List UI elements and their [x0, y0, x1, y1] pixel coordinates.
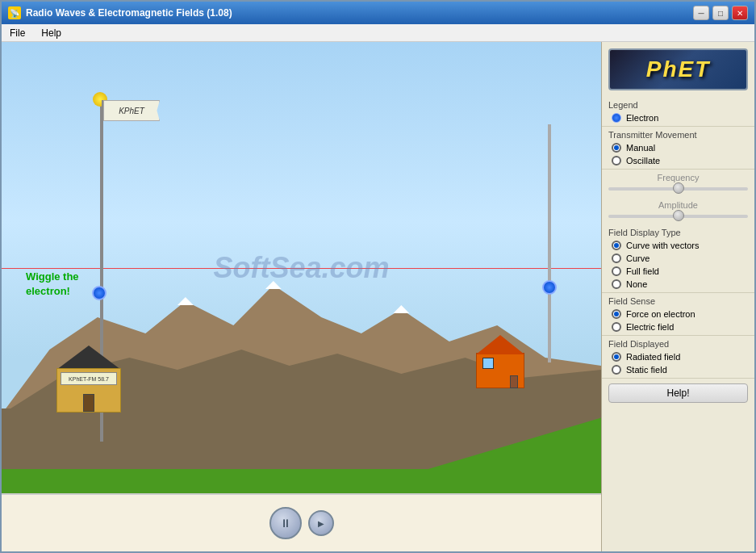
field-displayed-static-radio[interactable]	[612, 365, 621, 375]
app-icon: 📡	[8, 6, 21, 19]
field-display-curve-vectors-label: Curve with vectors	[626, 241, 699, 250]
title-bar-left: 📡 Radio Waves & Electromagnetic Fields (…	[8, 6, 232, 19]
main-window: 📡 Radio Waves & Electromagnetic Fields (…	[0, 0, 756, 553]
station-building: KPhET-FM 58.7	[56, 368, 121, 413]
field-display-curve[interactable]: Curve	[612, 253, 748, 263]
main-area: KPhET Wiggle the electron!	[2, 42, 754, 551]
pause-icon: ⏸	[280, 517, 291, 530]
field-display-none-radio[interactable]	[612, 279, 621, 289]
window-title: Radio Waves & Electromagnetic Fields (1.…	[26, 7, 232, 19]
svg-marker-1	[178, 297, 194, 305]
house-on-hill	[476, 353, 524, 388]
svg-marker-2	[265, 281, 282, 289]
field-display-title: Field Display Type	[608, 228, 748, 237]
station-sign: KPhET-FM 58.7	[69, 376, 109, 382]
menu-bar: File Help	[2, 24, 754, 42]
field-sense-electric-label: Electric field	[626, 322, 674, 332]
amplitude-thumb[interactable]	[673, 210, 684, 221]
transmitter-title: Transmitter Movement	[608, 130, 748, 140]
field-display-none[interactable]: None	[612, 279, 748, 289]
step-icon: ▶	[318, 519, 324, 528]
phet-logo: PhET	[608, 48, 748, 90]
window-controls: ─ □ ✕	[693, 6, 748, 20]
electron-receiver	[542, 280, 557, 295]
flag-pole	[102, 100, 103, 149]
field-line	[2, 268, 601, 269]
canvas[interactable]: KPhET Wiggle the electron!	[2, 42, 601, 493]
field-sense-title: Field Sense	[608, 296, 748, 306]
transmitter-manual-radio[interactable]	[612, 143, 621, 153]
field-display-curve-radio[interactable]	[612, 253, 621, 263]
field-display-full-label: Full field	[626, 266, 659, 276]
wiggle-text-line2: electron!	[26, 285, 70, 297]
field-display-section: Field Display Type Curve with vectors Cu…	[602, 224, 754, 293]
legend-section: Legend Electron	[602, 97, 754, 127]
field-displayed-options: Radiated field Static field	[608, 352, 748, 375]
flag: KPhET	[103, 100, 160, 121]
field-display-options: Curve with vectors Curve Full field None	[608, 241, 748, 289]
field-display-curve-vectors-radio[interactable]	[612, 241, 621, 250]
field-sense-electric[interactable]: Electric field	[612, 322, 748, 332]
field-sense-force[interactable]: Force on electron	[612, 309, 748, 319]
wiggle-text-line1: Wiggle the	[26, 270, 79, 283]
transmitter-manual[interactable]: Manual	[612, 143, 748, 153]
field-sense-force-label: Force on electron	[626, 309, 695, 319]
menu-help[interactable]: Help	[36, 26, 66, 40]
electron-transmitter[interactable]	[92, 286, 107, 300]
amplitude-section: Amplitude	[602, 197, 754, 224]
field-sense-section: Field Sense Force on electron Electric f…	[602, 293, 754, 336]
ground-bottom-green	[2, 469, 601, 493]
right-panel: PhET Legend Electron Transmitter Movemen…	[601, 42, 754, 551]
menu-file[interactable]: File	[5, 26, 30, 40]
logo-text: PhET	[646, 57, 711, 82]
transmitter-oscillate[interactable]: Oscillate	[612, 156, 748, 165]
frequency-slider[interactable]	[608, 187, 748, 191]
frequency-thumb[interactable]	[673, 182, 684, 194]
legend-title: Legend	[608, 100, 748, 110]
transmitter-manual-label: Manual	[626, 143, 655, 153]
pause-button[interactable]: ⏸	[269, 507, 302, 539]
maximize-button[interactable]: □	[712, 6, 729, 20]
field-displayed-static[interactable]: Static field	[612, 365, 748, 375]
bottom-bar: ⏸ ▶	[2, 493, 601, 551]
flag-text: KPhET	[119, 107, 144, 115]
frequency-label: Frequency	[608, 173, 748, 182]
field-displayed-radiated-label: Radiated field	[626, 352, 680, 362]
field-display-full[interactable]: Full field	[612, 266, 748, 276]
simulation-area: KPhET Wiggle the electron!	[2, 42, 601, 551]
field-sense-options: Force on electron Electric field	[608, 309, 748, 332]
field-display-full-radio[interactable]	[612, 266, 621, 276]
field-displayed-static-label: Static field	[626, 365, 667, 375]
amplitude-slider[interactable]	[608, 215, 748, 218]
close-button[interactable]: ✕	[732, 6, 748, 20]
transmitter-options: Manual Oscillate	[608, 143, 748, 165]
transmitter-oscillate-label: Oscillate	[626, 156, 660, 165]
wiggle-instruction: Wiggle the electron!	[26, 270, 79, 299]
amplitude-label: Amplitude	[608, 200, 748, 210]
minimize-button[interactable]: ─	[693, 6, 709, 20]
field-display-curve-vectors[interactable]: Curve with vectors	[612, 241, 748, 250]
tower-right-pole	[548, 124, 551, 362]
field-displayed-radiated-radio[interactable]	[612, 352, 621, 362]
legend-electron-item: Electron	[608, 113, 748, 123]
field-sense-force-radio[interactable]	[612, 309, 621, 319]
field-display-curve-label: Curve	[626, 253, 649, 263]
transmitter-section: Transmitter Movement Manual Oscillate	[602, 127, 754, 170]
frequency-section: Frequency	[602, 170, 754, 197]
svg-marker-3	[393, 305, 409, 313]
transmitter-oscillate-radio[interactable]	[612, 156, 621, 165]
title-bar: 📡 Radio Waves & Electromagnetic Fields (…	[2, 2, 754, 24]
legend-electron-label: Electron	[626, 113, 658, 123]
field-displayed-section: Field Displayed Radiated field Static fi…	[602, 336, 754, 379]
field-sense-electric-radio[interactable]	[612, 322, 621, 332]
field-displayed-radiated[interactable]: Radiated field	[612, 352, 748, 362]
step-button[interactable]: ▶	[308, 510, 334, 536]
legend-electron-icon	[612, 113, 621, 123]
field-display-none-label: None	[626, 279, 647, 289]
help-button[interactable]: Help!	[608, 383, 748, 403]
field-displayed-title: Field Displayed	[608, 339, 748, 349]
